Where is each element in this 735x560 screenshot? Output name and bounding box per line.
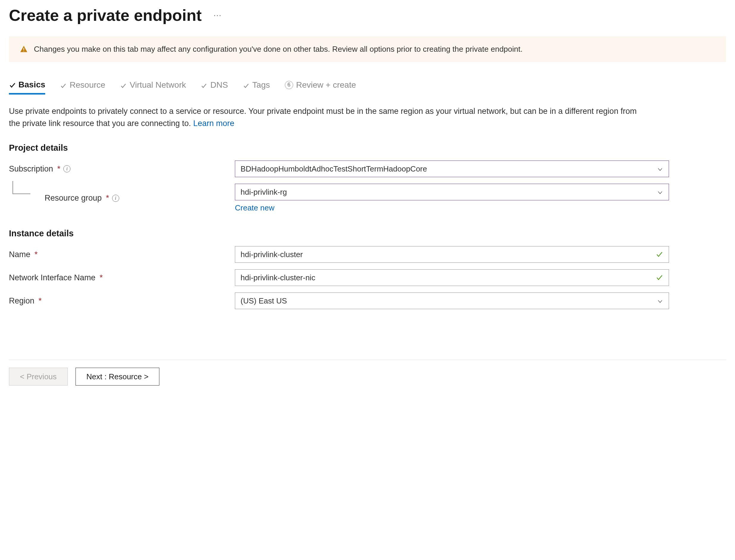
tab-resource[interactable]: Resource — [60, 80, 105, 95]
check-icon — [201, 82, 207, 88]
tab-label: Tags — [252, 80, 270, 90]
row-region: Region * (US) East US — [9, 292, 726, 309]
chevron-down-icon — [657, 166, 663, 172]
page-title: Create a private endpoint — [9, 6, 201, 24]
valid-check-icon — [656, 274, 663, 281]
tab-label: Review + create — [296, 80, 356, 90]
svg-rect-0 — [23, 48, 24, 50]
next-button[interactable]: Next : Resource > — [75, 368, 160, 386]
tree-connector-icon — [12, 181, 30, 194]
tab-dns[interactable]: DNS — [201, 80, 228, 95]
page-header: Create a private endpoint ··· — [9, 6, 726, 24]
select-value: hdi-privlink-rg — [240, 188, 287, 197]
row-nic-name: Network Interface Name * hdi-privlink-cl… — [9, 269, 726, 286]
tab-tags[interactable]: Tags — [243, 80, 270, 95]
required-marker: * — [57, 164, 61, 174]
previous-button[interactable]: < Previous — [9, 368, 68, 386]
create-new-link[interactable]: Create new — [235, 203, 274, 213]
select-value: BDHadoopHumboldtAdhocTestShortTermHadoop… — [240, 164, 427, 174]
select-value: (US) East US — [240, 296, 287, 306]
label-nic-name: Network Interface Name — [9, 273, 95, 282]
tab-basics[interactable]: Basics — [9, 80, 45, 95]
row-resource-group: Resource group * i hdi-privlink-rg Creat… — [9, 184, 726, 213]
description-text: Use private endpoints to privately conne… — [9, 105, 648, 129]
tab-label: Virtual Network — [130, 80, 186, 90]
input-name[interactable]: hdi-privlink-cluster — [235, 246, 669, 263]
info-icon[interactable]: i — [63, 165, 70, 172]
check-icon — [60, 82, 67, 88]
label-subscription: Subscription — [9, 164, 53, 174]
more-icon[interactable]: ··· — [213, 11, 222, 20]
select-resource-group[interactable]: hdi-privlink-rg — [235, 184, 669, 200]
check-icon — [120, 82, 127, 88]
input-nic-name[interactable]: hdi-privlink-cluster-nic — [235, 269, 669, 286]
svg-rect-1 — [23, 51, 24, 51]
select-region[interactable]: (US) East US — [235, 292, 669, 309]
chevron-down-icon — [657, 189, 663, 195]
section-instance-details: Instance details — [9, 229, 726, 238]
required-marker: * — [100, 273, 103, 282]
label-name: Name — [9, 250, 30, 259]
input-value: hdi-privlink-cluster-nic — [240, 273, 656, 282]
tab-label: Resource — [70, 80, 105, 90]
info-icon[interactable]: i — [112, 195, 119, 202]
warning-text: Changes you make on this tab may affect … — [34, 45, 523, 54]
step-number-icon: 6 — [285, 81, 293, 89]
required-marker: * — [106, 194, 109, 203]
warning-icon — [20, 45, 28, 54]
tab-review-create[interactable]: 6 Review + create — [285, 80, 356, 95]
valid-check-icon — [656, 251, 663, 258]
label-region: Region — [9, 296, 34, 306]
tab-label: DNS — [210, 80, 228, 90]
select-subscription[interactable]: BDHadoopHumboldtAdhocTestShortTermHadoop… — [235, 161, 669, 177]
footer: < Previous Next : Resource > — [9, 360, 726, 386]
label-resource-group: Resource group — [45, 194, 102, 203]
tabs: Basics Resource Virtual Network DNS Tags… — [9, 80, 726, 95]
tab-label: Basics — [18, 80, 45, 89]
learn-more-link[interactable]: Learn more — [193, 119, 234, 128]
warning-banner: Changes you make on this tab may affect … — [9, 36, 726, 62]
tab-virtual-network[interactable]: Virtual Network — [120, 80, 186, 95]
chevron-down-icon — [657, 298, 663, 304]
check-icon — [9, 81, 15, 88]
row-name: Name * hdi-privlink-cluster — [9, 246, 726, 263]
row-subscription: Subscription * i BDHadoopHumboldtAdhocTe… — [9, 161, 726, 177]
check-icon — [243, 82, 249, 88]
required-marker: * — [39, 296, 42, 306]
input-value: hdi-privlink-cluster — [240, 250, 656, 259]
section-project-details: Project details — [9, 143, 726, 153]
required-marker: * — [34, 250, 38, 259]
